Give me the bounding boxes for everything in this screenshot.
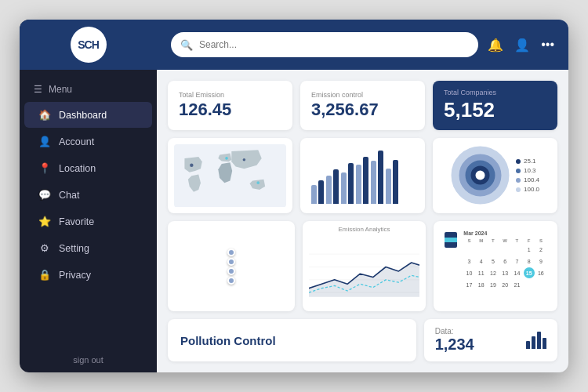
slider-thumb[interactable] [227, 267, 235, 275]
sidebar-menu: ☰ Menu 🏠 Dashboard 👤 Account 📍 Location … [20, 70, 157, 347]
legend-dot [516, 178, 521, 183]
search-input[interactable] [199, 39, 469, 50]
svg-point-4 [256, 181, 260, 184]
dashboard-content: Total Emission 126.45 Emission control 3… [157, 70, 568, 372]
user-icon[interactable]: 👤 [514, 38, 530, 53]
svg-point-2 [225, 157, 228, 160]
bar-group-5 [371, 151, 383, 204]
sliders-widget [168, 221, 295, 311]
legend-dot [516, 159, 521, 164]
line-chart-svg [309, 236, 420, 307]
bar-chart [307, 144, 419, 207]
search-icon: 🔍 [180, 39, 193, 51]
pollution-card: Pollution Control [168, 319, 416, 361]
stat-total-companies: Total Companies 5,152 [433, 81, 557, 130]
legend-dot [516, 169, 521, 173]
bar [318, 180, 324, 204]
menu-icon: ☰ [34, 84, 42, 95]
bar [393, 160, 398, 204]
calendar: Mar 2024 S M T W T F S [440, 227, 551, 305]
bar-group-1 [311, 180, 324, 204]
menu-header[interactable]: ☰ Menu [20, 78, 157, 101]
lock-icon: 🔒 [38, 269, 51, 281]
bar [386, 169, 391, 204]
header-actions: 🔔 👤 ••• [488, 38, 554, 53]
bottom-section: Pollution Control Data: 1,234 [168, 319, 557, 361]
sidebar-item-privacy[interactable]: 🔒 Privacy [24, 262, 152, 288]
chat-icon: 💬 [38, 189, 51, 201]
bar-chart-widget [300, 138, 425, 213]
data-label: Data: [435, 327, 474, 336]
sidebar-item-chat[interactable]: 💬 Chat [24, 182, 152, 208]
sidebar-item-account[interactable]: 👤 Account [24, 129, 152, 154]
bar [341, 172, 347, 204]
sidebar-logo: SCH [20, 20, 157, 70]
svg-point-3 [243, 158, 246, 162]
sidebar-item-dashboard[interactable]: 🏠 Dashboard [24, 102, 152, 128]
bottom-widgets-row: Emission Analytics [168, 221, 557, 311]
chart-title: Emission Analytics [338, 226, 390, 233]
bar-group-4 [356, 157, 368, 204]
home-icon: 🏠 [38, 109, 51, 121]
logo: SCH [71, 27, 107, 63]
stat-total-emission: Total Emission 126.45 [168, 81, 292, 130]
bar-group-2 [326, 169, 339, 204]
slider-thumb[interactable] [227, 258, 235, 266]
legend-dot [516, 187, 521, 192]
legend-item-1: 25.1 [516, 158, 539, 165]
calendar-grid: S M T W T F S [463, 238, 546, 290]
calendar-month: Mar 2024 [463, 230, 487, 236]
location-icon: 📍 [38, 162, 51, 174]
account-icon: 👤 [38, 136, 51, 147]
bar-chart-icon [526, 332, 546, 349]
bar-group-3 [341, 163, 354, 204]
bar [326, 176, 332, 204]
stat-emission-control: Emission control 3,256.67 [300, 81, 425, 130]
data-value: 1,234 [435, 336, 474, 354]
bar [363, 157, 368, 204]
sidebar-item-favorite[interactable]: ⭐ Favorite [24, 209, 152, 234]
legend-item-3: 100.4 [516, 176, 539, 183]
donut-legend: 25.1 10.3 100.4 100.0 [516, 158, 539, 193]
slider-thumb[interactable] [227, 249, 235, 256]
bar [333, 169, 339, 204]
star-icon: ⭐ [38, 216, 51, 227]
gear-icon: ⚙ [38, 242, 51, 254]
line-chart-widget: Emission Analytics [303, 221, 426, 311]
sidebar-item-location[interactable]: 📍 Location [24, 155, 152, 181]
sidebar: SCH ☰ Menu 🏠 Dashboard 👤 Account 📍 Locat… [20, 20, 157, 372]
header: 🔍 🔔 👤 ••• [157, 20, 568, 70]
bar-group-6 [386, 160, 398, 204]
svg-rect-15 [445, 238, 457, 242]
flag-icon [445, 232, 457, 248]
bar [311, 185, 317, 204]
donut-chart-widget: 25.1 10.3 100.4 100.0 [433, 138, 557, 213]
calendar-widget: Mar 2024 S M T W T F S [434, 221, 557, 311]
pollution-title: Pollution Control [180, 334, 276, 347]
slider-thumb[interactable] [227, 277, 235, 285]
stats-row: Total Emission 126.45 Emission control 3… [168, 81, 557, 130]
legend-item-2: 10.3 [516, 167, 539, 174]
world-map-svg [174, 144, 286, 207]
data-card: Data: 1,234 [424, 319, 557, 361]
bar [356, 165, 361, 204]
more-icon[interactable]: ••• [541, 38, 554, 53]
search-bar[interactable]: 🔍 [171, 32, 478, 57]
bar [348, 163, 354, 204]
donut-svg [451, 146, 510, 205]
map-widget [168, 138, 292, 213]
notification-icon[interactable]: 🔔 [488, 38, 503, 53]
sidebar-item-setting[interactable]: ⚙ Setting [24, 235, 152, 261]
bar [371, 161, 376, 204]
legend-item-4: 100.0 [516, 186, 539, 193]
svg-point-1 [190, 163, 193, 166]
calendar-header: Mar 2024 [463, 230, 546, 236]
main-content: 🔍 🔔 👤 ••• Total Emission 126.45 [157, 20, 568, 372]
widgets-row: 25.1 10.3 100.4 100.0 [168, 138, 557, 213]
signout-button[interactable]: sign out [20, 347, 157, 372]
app-window: SCH ☰ Menu 🏠 Dashboard 👤 Account 📍 Locat… [20, 20, 568, 372]
svg-point-8 [473, 169, 487, 183]
today-marker[interactable]: 15 [524, 267, 535, 278]
bar [378, 151, 383, 204]
